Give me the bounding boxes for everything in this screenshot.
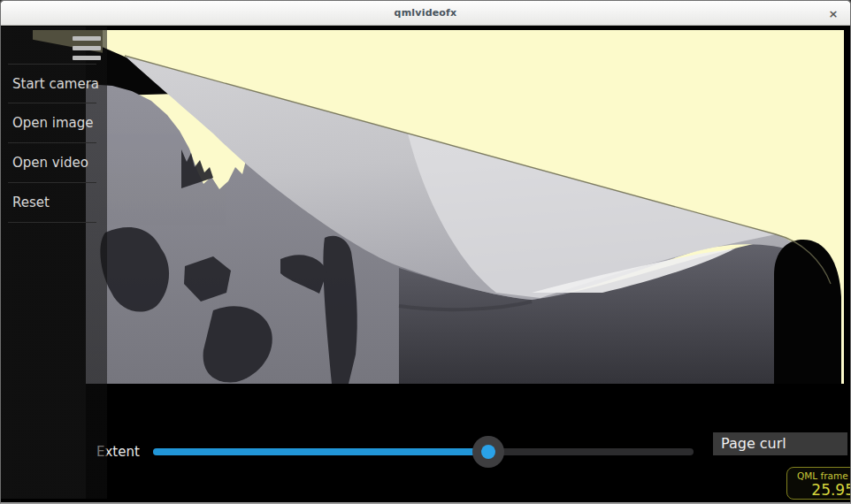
extent-slider[interactable] [153, 436, 694, 468]
menu-icon-bar [73, 46, 101, 50]
menu-icon[interactable] [73, 36, 101, 65]
menu-item-reset[interactable]: Reset [8, 183, 96, 223]
app-window: qmlvideofx × [0, 0, 851, 504]
sidebar-menu: Start camera Open image Open video Reset [1, 27, 107, 499]
effect-selector-button[interactable]: Page curl [713, 432, 847, 455]
menu-item-label: Open video [8, 155, 88, 171]
menu-item-label: Open image [8, 115, 94, 131]
menu-item-open-video[interactable]: Open video [8, 143, 96, 183]
menu-icon-bar [73, 56, 101, 60]
menu-item-label: Reset [8, 195, 50, 210]
curl-black-corner [774, 240, 841, 384]
frame-rate-value: 25.95 [797, 481, 851, 499]
frame-rate-badge: QML frame r... 25.95 [786, 467, 851, 500]
slider-handle-dot [481, 445, 495, 459]
menu-item-start-camera[interactable]: Start camera [8, 64, 96, 103]
menu-item-label: Start camera [8, 76, 99, 92]
close-icon[interactable]: × [825, 5, 841, 21]
title-bar: qmlvideofx × [1, 1, 850, 26]
video-preview-scene [1, 1, 851, 504]
frame-rate-label: QML frame r... [797, 470, 851, 481]
window-title: qmlvideofx [395, 7, 457, 19]
menu-icon-bar [73, 36, 101, 41]
menu-list: Start camera Open image Open video Reset [8, 64, 96, 223]
menu-item-open-image[interactable]: Open image [8, 103, 96, 143]
slider-handle[interactable] [472, 436, 504, 468]
slider-fill [153, 448, 488, 455]
